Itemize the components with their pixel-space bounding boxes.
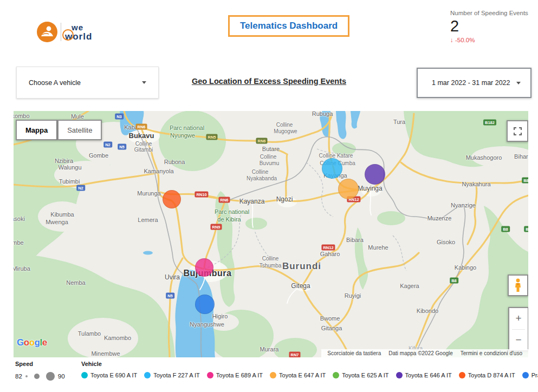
road-shield: RN9	[210, 224, 222, 230]
vehicle-legend-label: Toyota E 646 A IT	[405, 372, 452, 378]
fullscreen-icon	[514, 127, 522, 135]
road-shield: RN6	[256, 138, 267, 144]
vehicle-legend-item: Toyota E 647 A IT	[270, 372, 326, 378]
speed-dot-medium-icon	[34, 374, 40, 379]
chevron-down-icon	[516, 82, 521, 84]
logo-divider	[61, 23, 61, 41]
vehicle-color-dot-icon	[459, 372, 465, 378]
vehicle-legend-items: Toyota E 690 A ITToyota F 227 A ITToyota…	[81, 372, 538, 378]
google-logo-letter: G	[17, 337, 24, 348]
road-shield: RN10	[195, 192, 208, 198]
vehicle-legend-item: Toyota D 874 A IT	[459, 372, 515, 378]
road-shield: B3	[524, 226, 528, 232]
road-shield: RN6	[135, 124, 147, 130]
kpi-label: Number of Speeding Events	[450, 10, 528, 16]
vehicle-marker[interactable]	[163, 190, 181, 208]
vehicle-legend-label: Toyota E 689 A IT	[216, 372, 263, 378]
speed-dot-large-icon	[46, 372, 55, 381]
speed-legend-title: Speed	[15, 361, 65, 367]
google-logo-letter: o	[29, 337, 35, 348]
vehicle-color-dot-icon	[396, 372, 403, 378]
vehicle-legend: Vehicle Toyota E 690 A ITToyota F 227 A …	[81, 361, 538, 378]
vehicle-legend-label: Toyota F 227 A IT	[153, 372, 200, 378]
date-range-select[interactable]: 1 mar 2022 - 31 mar 2022	[417, 68, 531, 98]
arrow-down-icon: ↓	[450, 37, 453, 43]
vehicle-legend-label: Toyota E 647 A IT	[279, 372, 326, 378]
vehicle-marker[interactable]	[195, 258, 213, 277]
dashboard-title-box: Telematics Dashboard	[228, 15, 349, 37]
vehicle-legend-item: Toyota E 690 A IT	[81, 372, 137, 378]
fullscreen-button[interactable]	[507, 120, 528, 142]
road-shield: N2	[103, 142, 112, 148]
road-shield: RN7	[289, 352, 300, 358]
zoom-control: + −	[508, 307, 528, 351]
road-shield: RN6	[218, 197, 230, 203]
speed-scale: 82 90	[15, 372, 65, 381]
road-shield: B182	[483, 120, 496, 126]
google-logo-letter: e	[42, 337, 47, 348]
map-type-map-button[interactable]: Mappa	[16, 120, 57, 140]
vehicle-marker[interactable]	[365, 164, 385, 185]
vehicle-color-dot-icon	[522, 372, 529, 378]
logo-ring-icon	[62, 29, 74, 41]
google-logo: Google	[17, 337, 47, 348]
geo-map[interactable]: akomboMuleKabareBukavuCollineGitambiGomb…	[14, 111, 528, 357]
road-shield: RN5	[206, 134, 217, 140]
map-geography	[14, 111, 528, 357]
page-title: Telematics Dashboard	[240, 21, 338, 31]
vehicle-color-dot-icon	[207, 372, 213, 378]
road-shield: N3	[115, 114, 124, 120]
vehicle-legend-label: Toyota E 690 A IT	[90, 372, 137, 378]
vehicle-color-dot-icon	[144, 372, 151, 378]
map-section-title: Geo Location of Excess Speeding Events	[192, 77, 346, 86]
logo-wordmark: we world	[65, 23, 92, 41]
road-shield: B8	[522, 178, 528, 184]
zoom-out-button[interactable]: −	[509, 330, 528, 351]
logo-we-text: we	[72, 23, 92, 31]
map-type-satellite-button[interactable]: Satellite	[57, 120, 102, 140]
road-shield: RN12	[321, 245, 335, 251]
vehicle-color-dot-icon	[333, 372, 339, 378]
speeding-events-kpi: Number of Speeding Events 2 ↓ -50.0%	[450, 10, 528, 43]
telematics-dashboard-page: we world Telematics Dashboard Number of …	[0, 0, 538, 392]
kpi-value: 2	[450, 17, 528, 35]
date-range-value: 1 mar 2022 - 31 mar 2022	[432, 79, 516, 87]
vehicle-legend-item: Prado K 7382 A	[522, 372, 538, 378]
pegman-icon	[514, 278, 522, 292]
vehicle-marker[interactable]	[195, 295, 215, 314]
vehicle-marker[interactable]	[338, 179, 359, 199]
vehicle-marker[interactable]	[322, 158, 342, 179]
zoom-in-button[interactable]: +	[509, 308, 528, 329]
road-shield: B8	[501, 226, 510, 232]
road-shield: N5	[118, 144, 126, 150]
vehicle-legend-item: Toyota E 646 A IT	[396, 372, 452, 378]
map-type-controls: Mappa Satellite	[16, 120, 102, 140]
speed-legend: Speed 82 90	[15, 361, 65, 381]
vehicle-color-dot-icon	[81, 372, 88, 378]
speed-dot-small-icon	[25, 375, 28, 377]
vehicle-color-dot-icon	[270, 372, 276, 378]
vehicle-legend-title: Vehicle	[81, 361, 538, 367]
terms-link[interactable]: Termini e condizioni d'uso	[461, 350, 522, 356]
road-shield: N2	[76, 185, 85, 191]
logo-person-icon	[37, 22, 57, 42]
map-attribution: Scorciatoie da tastiera Dati mappa ©2022…	[321, 349, 528, 357]
pegman-button[interactable]	[508, 275, 528, 296]
kpi-delta: ↓ -50.0%	[450, 37, 528, 43]
vehicle-legend-label: Toyota E 625 A IT	[342, 372, 388, 378]
vehicle-legend-item: Toyota F 227 A IT	[144, 372, 200, 378]
vehicle-legend-item: Toyota E 689 A IT	[207, 372, 263, 378]
google-logo-letter: o	[24, 337, 29, 348]
road-shield: B8	[450, 278, 458, 284]
map-data-copyright: Dati mappa ©2022 Google	[388, 350, 453, 356]
vehicle-legend-label: Toyota D 874 A IT	[468, 372, 515, 378]
speed-max: 90	[58, 373, 65, 380]
weworld-logo: we world	[37, 22, 92, 42]
vehicle-legend-item: Toyota E 625 A IT	[333, 372, 388, 378]
google-logo-letter: g	[35, 337, 40, 348]
keyboard-shortcuts-link[interactable]: Scorciatoie da tastiera	[327, 350, 381, 356]
road-shield: N5	[166, 293, 174, 299]
speed-min: 82	[15, 373, 22, 380]
vehicle-legend-label: Prado K 7382 A	[531, 372, 538, 378]
logo-world-text: world	[65, 32, 92, 41]
